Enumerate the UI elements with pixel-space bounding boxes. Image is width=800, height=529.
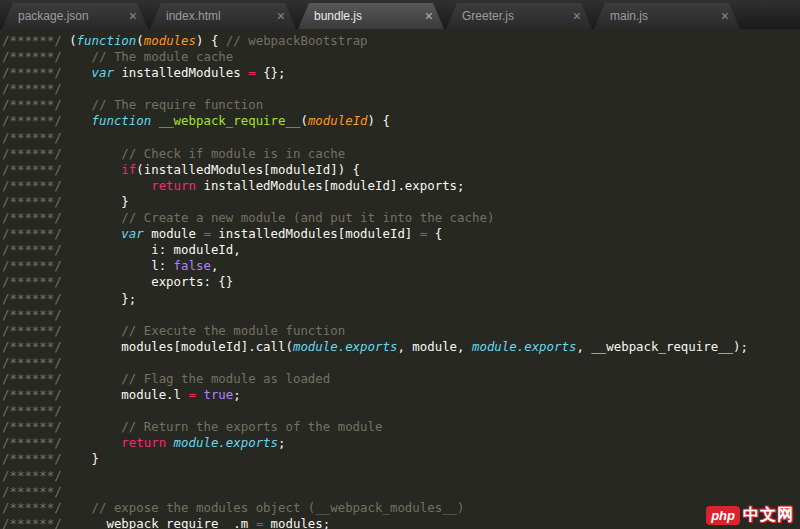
- code-line[interactable]: /******/ // Flag the module as loaded: [2, 371, 800, 387]
- tab-bundle-js[interactable]: bundle.js×: [298, 3, 444, 29]
- code-line[interactable]: /******/ }: [2, 194, 800, 210]
- code-line[interactable]: /******/: [2, 484, 800, 500]
- tab-close-icon[interactable]: ×: [129, 9, 137, 23]
- code-line[interactable]: /******/ };: [2, 291, 800, 307]
- tab-close-icon[interactable]: ×: [573, 9, 581, 23]
- tab-close-icon[interactable]: ×: [721, 9, 729, 23]
- tab-package-json[interactable]: package.json×: [2, 3, 148, 29]
- code-line[interactable]: /******/: [2, 403, 800, 419]
- code-line[interactable]: /******/ l: false,: [2, 258, 800, 274]
- tab-main-js[interactable]: main.js×: [594, 3, 740, 29]
- code-area[interactable]: /******/ (function(modules) { // webpack…: [0, 29, 800, 529]
- code-line[interactable]: /******/ __webpack_require__.m = modules…: [2, 516, 800, 529]
- code-line[interactable]: /******/: [2, 468, 800, 484]
- tab-greeter-js[interactable]: Greeter.js×: [446, 3, 592, 29]
- tab-label: index.html: [166, 9, 221, 23]
- code-line[interactable]: /******/ // Execute the module function: [2, 323, 800, 339]
- code-line[interactable]: /******/ // The require function: [2, 97, 800, 113]
- code-line[interactable]: /******/: [2, 307, 800, 323]
- tab-label: package.json: [18, 9, 89, 23]
- code-line[interactable]: /******/ // The module cache: [2, 49, 800, 65]
- tab-label: main.js: [610, 9, 648, 23]
- code-line[interactable]: /******/ // Create a new module (and put…: [2, 210, 800, 226]
- code-line[interactable]: /******/ return installedModules[moduleI…: [2, 178, 800, 194]
- tab-label: Greeter.js: [462, 9, 514, 23]
- code-line[interactable]: /******/ }: [2, 451, 800, 467]
- code-line[interactable]: /******/: [2, 355, 800, 371]
- code-line[interactable]: /******/ function __webpack_require__(mo…: [2, 113, 800, 129]
- code-line[interactable]: /******/ var installedModules = {};: [2, 65, 800, 81]
- tab-close-icon[interactable]: ×: [425, 9, 433, 23]
- code-line[interactable]: /******/: [2, 81, 800, 97]
- code-line[interactable]: /******/ module.l = true;: [2, 387, 800, 403]
- code-line[interactable]: /******/ modules[moduleId].call(module.e…: [2, 339, 800, 355]
- code-line[interactable]: /******/ // Return the exports of the mo…: [2, 419, 800, 435]
- tab-bar: package.json×index.html×bundle.js×Greete…: [0, 0, 800, 29]
- code-line[interactable]: /******/ // expose the modules object (_…: [2, 500, 800, 516]
- code-line[interactable]: /******/ if(installedModules[moduleId]) …: [2, 162, 800, 178]
- editor-window: package.json×index.html×bundle.js×Greete…: [0, 0, 800, 529]
- code-line[interactable]: /******/ exports: {}: [2, 274, 800, 290]
- tab-label: bundle.js: [314, 9, 362, 23]
- code-line[interactable]: /******/ return module.exports;: [2, 435, 800, 451]
- code-line[interactable]: /******/ var module = installedModules[m…: [2, 226, 800, 242]
- tab-close-icon[interactable]: ×: [277, 9, 285, 23]
- tab-index-html[interactable]: index.html×: [150, 3, 296, 29]
- code-line[interactable]: /******/ (function(modules) { // webpack…: [2, 33, 800, 49]
- code-line[interactable]: /******/ i: moduleId,: [2, 242, 800, 258]
- code-line[interactable]: /******/: [2, 130, 800, 146]
- code-line[interactable]: /******/ // Check if module is in cache: [2, 146, 800, 162]
